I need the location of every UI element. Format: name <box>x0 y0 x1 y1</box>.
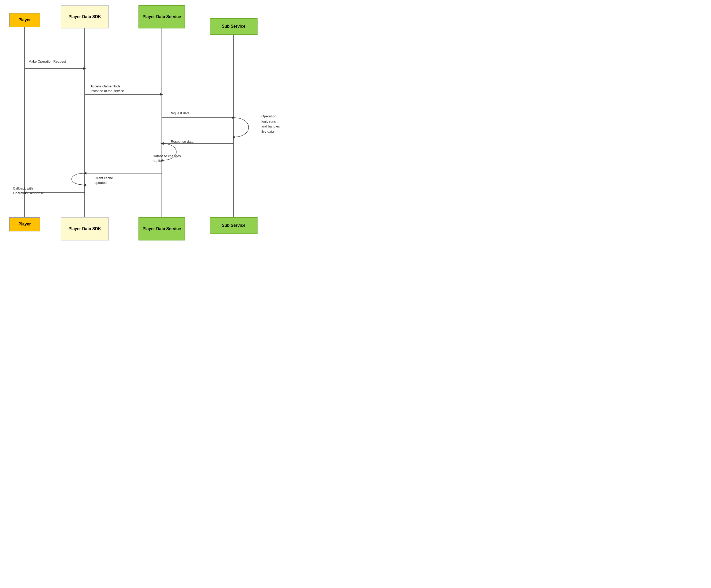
sdk-top-box: Player Data SDK <box>61 5 109 28</box>
svg-marker-15 <box>83 172 86 175</box>
player-bottom-box: Player <box>9 217 40 231</box>
client-cache-label: Client cache updated <box>94 176 113 185</box>
sub-top-box: Sub Service <box>210 18 258 35</box>
svg-marker-9 <box>232 116 235 119</box>
svg-marker-10 <box>233 136 236 139</box>
svg-marker-7 <box>160 93 163 96</box>
db-changes-label: Database changes applied <box>153 154 181 163</box>
request-data-label: Request data <box>170 111 190 115</box>
svg-marker-16 <box>84 184 87 187</box>
sub-bottom-box: Sub Service <box>210 217 258 234</box>
svg-marker-12 <box>160 142 164 145</box>
svg-marker-5 <box>83 67 86 70</box>
sequence-diagram: Player Player Data SDK Player Data Servi… <box>0 0 310 246</box>
sdk-bottom-box: Player Data SDK <box>61 217 109 241</box>
player-top-box: Player <box>9 13 40 27</box>
access-game-node-label: Access Game Node instance of the service <box>91 84 124 93</box>
op-logic-label: Operation logic runs and handles live da… <box>261 114 280 134</box>
make-op-label: Make Operation Request <box>28 60 66 63</box>
pds-bottom-box: Player Data Service <box>138 217 185 241</box>
callback-label: Callback with Operation Response <box>13 186 44 196</box>
pds-top-box: Player Data Service <box>138 5 185 28</box>
response-data-label: Response data <box>171 140 193 143</box>
